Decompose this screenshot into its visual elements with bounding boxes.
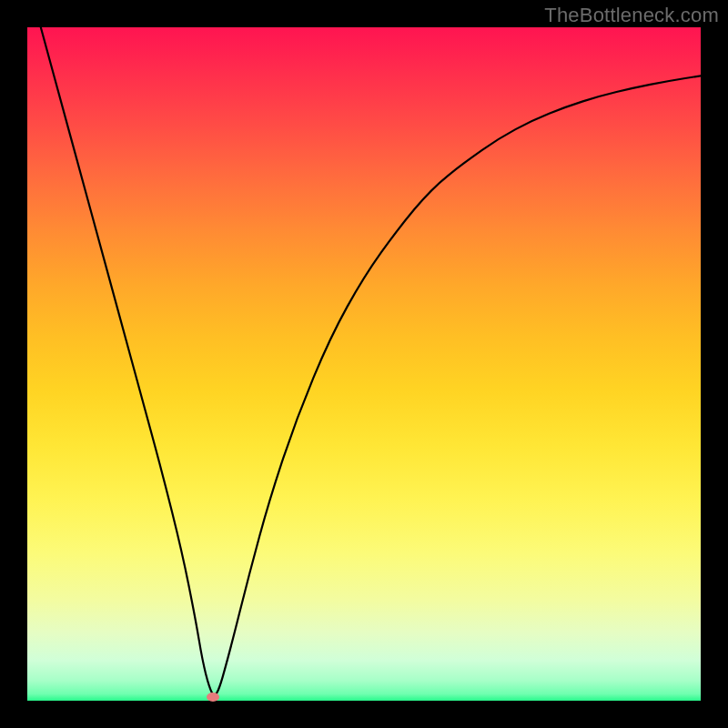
optimal-point-marker [207,693,219,702]
curve-svg [27,27,701,701]
bottleneck-curve [41,27,701,695]
plot-area [27,27,701,701]
chart-frame: TheBottleneck.com [0,0,728,728]
watermark-text: TheBottleneck.com [544,4,719,27]
